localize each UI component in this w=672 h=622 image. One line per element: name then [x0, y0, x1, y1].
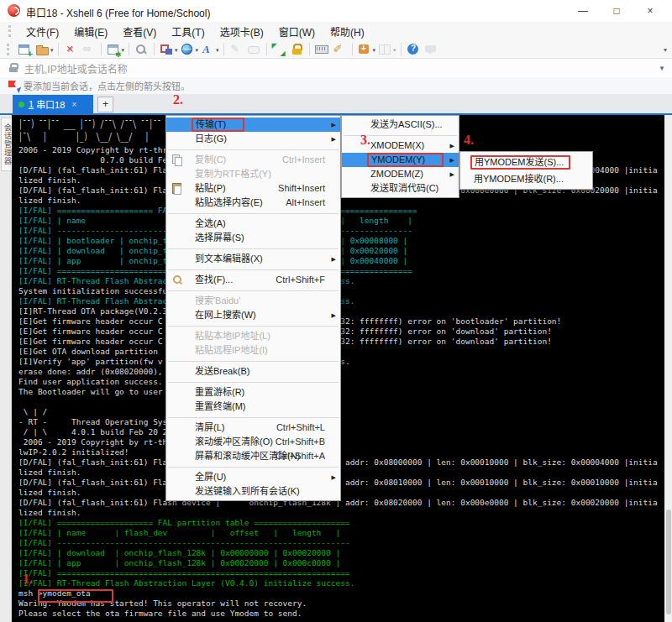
terminal-line: [I/FAL] --------------------------------… — [18, 538, 658, 548]
open-folder-button[interactable]: ▾ — [34, 43, 55, 56]
menu-item-shortcut: Ctrl+Shift+A — [276, 449, 325, 463]
help-icon — [407, 43, 421, 56]
transfer-submenu-item-send-cancel-code[interactable]: 发送取消代码(C) — [342, 181, 459, 196]
context-menu-item-search-baidu[interactable]: 搜索'Baidu' — [166, 294, 340, 308]
ymodem-submenu-item-ymodem-send[interactable]: 用YMODEM发送(S)... — [460, 154, 592, 170]
toolbar-separator — [309, 43, 310, 55]
keyboard-button[interactable] — [313, 43, 331, 56]
context-menu-item-to-text-editor[interactable]: 到文本编辑器(X)▶ — [166, 252, 340, 266]
xshell-window: 串口18 - Xshell 6 (Free for Home/School) —… — [0, 0, 672, 622]
context-menu-item-find[interactable]: 查找(F)...Ctrl+Shift+F — [166, 273, 340, 287]
ymodem-submenu-item-ymodem-receive[interactable]: 用YMODEM接收(R)... — [460, 170, 592, 187]
context-menu-item-paste-remote-ip[interactable]: 粘贴远程IP地址(I) — [166, 343, 340, 358]
context-menu-item-send-to-all-sessions[interactable]: 发送键输入到所有会话(K) — [166, 484, 340, 499]
transfer-submenu-item-xmodem[interactable]: XMODEM(X)▶ — [342, 139, 459, 153]
connected-dot-icon — [18, 102, 24, 107]
tab-close-icon[interactable]: × — [71, 100, 76, 109]
menubar-item[interactable]: 编辑(E) — [66, 24, 115, 39]
layout-button[interactable]: ▾ — [158, 43, 179, 56]
compose-icon — [229, 43, 244, 56]
dropdown-caret-icon[interactable]: ▾ — [393, 47, 396, 54]
reconnect-button[interactable] — [80, 43, 97, 56]
menubar-item[interactable]: 帮助(H) — [323, 24, 372, 39]
transfer-submenu-item-send-as-ascii[interactable]: 发送为ASCII(S)... — [342, 118, 459, 132]
help-button[interactable] — [405, 43, 423, 56]
context-menu-item-paste-local-ip[interactable]: 粘贴本地IP地址(L) — [166, 329, 340, 343]
dropdown-caret-icon[interactable]: ▾ — [373, 47, 376, 54]
maximize-button[interactable]: □ — [600, 0, 633, 22]
context-menu-item-paste[interactable]: 粘贴(P)Shift+Insert — [166, 181, 340, 196]
context-menu-item-transfer[interactable]: 传输(T)▶ — [166, 118, 340, 132]
compose-button[interactable] — [228, 43, 245, 56]
context-menu-item-reset-cursor[interactable]: 重置游标(R) — [166, 385, 340, 400]
menubar-item[interactable]: 选项卡(B) — [213, 24, 271, 39]
chat-button[interactable] — [423, 43, 440, 56]
dropdown-caret-icon[interactable]: ▾ — [50, 47, 54, 54]
context-menu-item-copy-rtf[interactable]: 复制为RTF格式(Y) — [166, 167, 340, 181]
context-menu-item-clear-screen-scrollback[interactable]: 屏幕和滚动缓冲区清除(N)Ctrl+Shift+A — [166, 449, 340, 463]
annotation-step-2: 2. — [173, 92, 183, 107]
address-bar[interactable]: 主机,IP地址或会话名称 ▼ — [0, 59, 672, 78]
scrollbar-thumb[interactable] — [666, 510, 671, 614]
dropdown-caret-icon[interactable]: ▾ — [122, 47, 125, 54]
context-menu-item-select-all[interactable]: 全选(A) — [166, 217, 340, 231]
menubar-item[interactable]: 窗口(W) — [271, 24, 323, 39]
properties-button[interactable]: ▾ — [105, 43, 126, 56]
toolbar-overflow-caret[interactable]: ▾ — [664, 46, 667, 54]
submenu-arrow-icon: ▶ — [450, 167, 454, 181]
context-menu-item-send-break[interactable]: 发送Break(B) — [166, 364, 340, 379]
keyboard-icon — [315, 43, 329, 56]
context-menu-item-search-web[interactable]: 在网上搜索(W)▶ — [166, 308, 340, 322]
package-button[interactable]: ▾ — [356, 43, 377, 56]
menubar-item[interactable]: 查看(V) — [115, 24, 164, 39]
terminal-line: [I/FAL] ==================== FAL partiti… — [18, 518, 658, 528]
dropdown-caret-icon[interactable]: ▾ — [216, 47, 219, 54]
context-menu-item-log[interactable]: 日志(G)▶ — [166, 132, 340, 146]
find-icon — [171, 274, 183, 285]
toolbar-separator — [58, 43, 59, 55]
menu-separator — [166, 266, 340, 273]
context-menu-item-select-screen[interactable]: 选择屏幕(S) — [166, 231, 340, 245]
globe-button[interactable]: ▾ — [179, 43, 200, 56]
address-dropdown-icon[interactable]: ▼ — [659, 65, 665, 72]
buttons-button[interactable] — [245, 43, 263, 56]
buttons-icon — [247, 43, 261, 56]
address-input[interactable]: 主机,IP地址或会话名称 — [24, 61, 128, 76]
menu-item-label: 到文本编辑器(X) — [195, 254, 263, 264]
menubar-item[interactable]: 工具(T) — [164, 24, 212, 39]
submenu-arrow-icon: ▶ — [332, 308, 336, 322]
dropdown-caret-icon[interactable]: ▾ — [196, 47, 199, 54]
minimize-button[interactable]: — — [566, 0, 600, 22]
new-session-button[interactable] — [16, 43, 34, 56]
search-button[interactable] — [133, 43, 150, 56]
add-session-flag-icon[interactable] — [7, 80, 20, 91]
lock-button[interactable] — [288, 43, 306, 56]
menu-item-label: 在网上搜索(W) — [195, 310, 256, 320]
menu-separator — [166, 379, 340, 385]
dropdown-caret-icon[interactable]: ▾ — [175, 47, 178, 54]
tile-button[interactable]: ▾ — [376, 43, 397, 56]
context-menu-item-clear-scrollback[interactable]: 滚动缓冲区清除(O)Ctrl+Shift+B — [166, 435, 340, 449]
transfer-submenu-item-zmodem[interactable]: ZMODEM(Z)▶ — [342, 167, 459, 181]
menubar-item[interactable]: 文件(F) — [18, 24, 66, 39]
font-button[interactable]: ▾ — [199, 43, 220, 56]
tab-serial-18[interactable]: 1 串口18 × — [13, 95, 93, 113]
context-menu-item-copy[interactable]: 复制(C)Ctrl+Insert — [166, 153, 340, 167]
context-menu-item-paste-selection[interactable]: 粘贴选择内容(E)Alt+Insert — [166, 196, 340, 210]
terminal-scrollbar[interactable] — [664, 115, 672, 622]
context-menu-item-fullscreen[interactable]: 全屏(U)▶ — [166, 470, 340, 484]
ymodem-submenu: 用YMODEM发送(S)...用YMODEM接收(R)... — [459, 151, 593, 190]
transfer-submenu-item-ymodem[interactable]: YMODEM(Y)▶ — [342, 153, 459, 167]
menu-separator — [166, 210, 340, 217]
new-tab-button[interactable]: + — [97, 97, 113, 112]
session-manager-vertical-tab[interactable]: 会话管理器 — [1, 118, 13, 171]
highlight-pen-button[interactable] — [331, 43, 349, 56]
tab-label: 串口18 — [36, 97, 65, 111]
close-button[interactable]: × — [633, 0, 667, 22]
context-menu-item-reset-terminal[interactable]: 重置终端(M) — [166, 400, 340, 414]
fullscreen-button[interactable] — [270, 43, 288, 56]
context-menu-item-clear-screen[interactable]: 清屏(L)Ctrl+Shift+L — [166, 421, 340, 435]
disconnect-button[interactable] — [62, 43, 80, 56]
reconnect-icon — [81, 43, 96, 56]
terminal-line: Waring: Ymodem has started! This operato… — [18, 598, 658, 609]
